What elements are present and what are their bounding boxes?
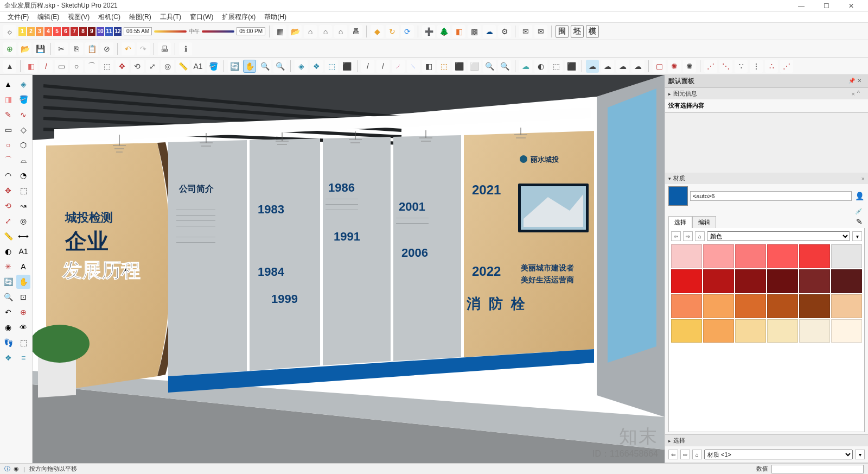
e4-icon[interactable]: ⟍ xyxy=(407,60,420,73)
refresh-icon[interactable]: ↻ xyxy=(386,25,399,38)
rect-icon[interactable]: ▭ xyxy=(55,60,68,73)
lt-freehand-icon[interactable]: ∿ xyxy=(16,108,30,122)
lt-outliner-icon[interactable]: ≡ xyxy=(16,351,30,365)
menu-file[interactable]: 文件(F) xyxy=(3,11,33,23)
month-7[interactable]: 7 xyxy=(71,27,78,36)
e6-icon[interactable]: ⬚ xyxy=(437,60,450,73)
sect2-icon[interactable]: ⬛ xyxy=(340,60,353,73)
sq-icon[interactable]: ▢ xyxy=(653,60,666,73)
maximize-button[interactable]: ☐ xyxy=(814,0,839,12)
lt-poly-icon[interactable]: ⬡ xyxy=(16,138,30,152)
tray-close-icon[interactable]: ✕ xyxy=(857,78,865,85)
lt-pan-icon[interactable]: ✋ xyxy=(16,275,30,289)
color-swatch[interactable] xyxy=(799,244,830,268)
sel-home-icon[interactable]: ⌂ xyxy=(692,450,702,459)
delete-icon[interactable]: ⊘ xyxy=(100,42,113,55)
color-swatch[interactable] xyxy=(703,244,734,268)
style2-icon[interactable]: ⬛ xyxy=(565,60,578,73)
grad-icon[interactable]: ◧ xyxy=(452,25,465,38)
nav-fwd-icon[interactable]: ⇨ xyxy=(683,231,693,241)
c3-icon[interactable]: ☁ xyxy=(616,60,629,73)
lt-select-icon[interactable]: ▲ xyxy=(1,77,15,91)
save-icon[interactable]: 💾 xyxy=(34,42,47,55)
cn-btn-3[interactable]: 模 xyxy=(586,25,599,38)
nav-back-icon[interactable]: ⇦ xyxy=(671,231,681,241)
tray-header[interactable]: 默认面板 📌✕ xyxy=(665,75,868,88)
lt-pos-icon[interactable]: ◉ xyxy=(1,320,15,334)
pin-icon[interactable]: 📌 xyxy=(848,78,856,85)
month-2[interactable]: 2 xyxy=(27,27,35,36)
time-slider[interactable] xyxy=(154,30,187,33)
eyedropper-icon[interactable]: 💉 xyxy=(855,208,863,214)
wire6-icon[interactable]: ⋰ xyxy=(780,60,793,73)
viewport[interactable]: 城投检测 企业 发展历程 公司简介 1983 1984 1999 1986 19… xyxy=(33,75,665,463)
sect-icon[interactable]: ⬚ xyxy=(325,60,338,73)
lt-text-icon[interactable]: A1 xyxy=(16,244,30,258)
cn-btn-2[interactable]: 坯 xyxy=(571,25,584,38)
color-swatch[interactable] xyxy=(831,294,862,318)
tab-edit[interactable]: 编辑 xyxy=(692,216,716,228)
box-icon[interactable]: ▦ xyxy=(273,25,286,38)
c4-icon[interactable]: ☁ xyxy=(631,60,644,73)
close-button[interactable]: ✕ xyxy=(839,0,864,12)
paste-icon[interactable]: 📋 xyxy=(85,42,98,55)
lt-axes-icon[interactable]: ✳ xyxy=(1,260,15,274)
menu-draw[interactable]: 绘图(R) xyxy=(125,11,156,23)
material-create-icon[interactable]: 👤 xyxy=(854,191,865,201)
lt-paint-icon[interactable]: 🪣 xyxy=(16,92,30,106)
select-icon[interactable]: ▲ xyxy=(3,60,16,73)
lt-zoomext-icon[interactable]: ⊕ xyxy=(16,305,30,319)
color-swatch[interactable] xyxy=(735,269,766,293)
paint-icon[interactable]: 🪣 xyxy=(207,60,220,73)
sync-icon[interactable]: ⟳ xyxy=(401,25,414,38)
atom-icon[interactable]: ✺ xyxy=(668,60,681,73)
model-info-icon[interactable]: ℹ xyxy=(179,42,192,55)
lt-prot-icon[interactable]: ◐ xyxy=(1,244,15,258)
e2-icon[interactable]: / xyxy=(376,60,390,73)
shadow-months[interactable]: 1 2 3 4 5 6 7 8 9 10 11 12 xyxy=(18,27,122,36)
lt-arc3-icon[interactable]: ◠ xyxy=(1,168,15,182)
color-swatch[interactable] xyxy=(831,269,862,293)
color-swatch[interactable] xyxy=(799,294,830,318)
help2-icon[interactable]: ◉ xyxy=(14,465,19,472)
lt-sect-icon[interactable]: ⬚ xyxy=(16,336,30,350)
circle-icon[interactable]: ○ xyxy=(70,60,83,73)
color-swatch[interactable] xyxy=(831,244,862,268)
month-3[interactable]: 3 xyxy=(36,27,43,36)
atom2-icon[interactable]: ✺ xyxy=(683,60,696,73)
lt-tape-icon[interactable]: 📏 xyxy=(1,229,15,243)
time-start[interactable]: 06:55 AM xyxy=(124,27,152,35)
arc-icon[interactable]: ⌒ xyxy=(85,60,98,73)
scale-icon[interactable]: ⤢ xyxy=(146,60,159,73)
material-name-input[interactable] xyxy=(690,191,852,201)
cn-btn-1[interactable]: 围 xyxy=(556,25,569,38)
help-icon[interactable]: ⓘ xyxy=(4,465,10,473)
lt-pencil-icon[interactable]: ✎ xyxy=(1,108,15,122)
lt-rect-icon[interactable]: ▭ xyxy=(1,123,15,137)
layers-icon[interactable]: ❖ xyxy=(310,60,323,73)
color-swatch[interactable] xyxy=(799,269,830,293)
lt-offset-icon[interactable]: ◎ xyxy=(16,214,30,228)
month-12[interactable]: 12 xyxy=(114,27,122,36)
selection-select[interactable]: 材质 <1> xyxy=(704,450,853,459)
e9-icon[interactable]: 🔍 xyxy=(483,60,496,73)
lt-zoom-icon[interactable]: 🔍 xyxy=(1,290,15,304)
edge-icon[interactable]: / xyxy=(361,60,374,73)
c1-icon[interactable]: ☁ xyxy=(586,60,599,73)
lt-layer-icon[interactable]: ❖ xyxy=(1,351,15,365)
menu-help[interactable]: 帮助(H) xyxy=(260,11,291,23)
offset-icon[interactable]: ◎ xyxy=(161,60,174,73)
undo-icon[interactable]: ↶ xyxy=(122,42,135,55)
shadow-toggle-icon[interactable]: ☼ xyxy=(3,25,16,38)
color-swatch[interactable] xyxy=(767,294,798,318)
time-slider-2[interactable] xyxy=(202,30,234,33)
selection-header[interactable]: ▸选择 xyxy=(665,435,868,446)
rotate-icon[interactable]: ⟲ xyxy=(131,60,144,73)
menu-tools[interactable]: 工具(T) xyxy=(156,11,186,23)
cloud-up-icon[interactable]: ☁ xyxy=(483,25,496,38)
sel-fwd-icon[interactable]: ⇨ xyxy=(680,450,690,459)
month-1[interactable]: 1 xyxy=(18,27,26,36)
home3-icon[interactable]: ⌂ xyxy=(334,25,347,38)
menu-camera[interactable]: 相机(C) xyxy=(94,11,125,23)
menu-edit[interactable]: 编辑(E) xyxy=(33,11,63,23)
